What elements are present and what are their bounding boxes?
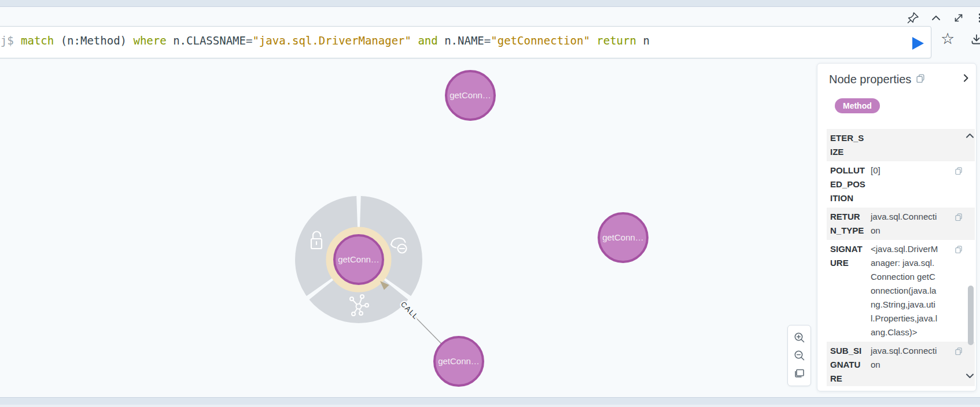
properties-table: ETER_SIZE POLLUTED_POSITION [0] RETURN_T… <box>827 129 975 386</box>
node-label: getConn… <box>602 232 644 242</box>
property-key: POLLUTED_POSITION <box>830 164 866 205</box>
panel-title: Node properties <box>829 73 911 86</box>
panel-collapse-chevron-icon[interactable] <box>959 72 972 84</box>
property-row[interactable]: RETURN_TYPE java.sql.Connection <box>827 208 975 240</box>
property-key: RETURN_TYPE <box>830 210 866 238</box>
zoom-in-icon[interactable] <box>793 331 806 344</box>
copy-icon[interactable] <box>955 211 963 225</box>
property-row[interactable]: SUB_SIGNATURE java.sql.Connection <box>827 342 975 386</box>
node-label: getConn… <box>338 254 380 264</box>
copy-icon[interactable] <box>955 165 963 179</box>
node-label: getConn… <box>450 90 491 100</box>
scroll-up-icon[interactable] <box>966 131 974 138</box>
scroll-down-icon[interactable] <box>966 371 974 378</box>
graph-node-top[interactable]: getConn… <box>446 71 495 120</box>
property-value: [0] <box>871 164 939 205</box>
property-row[interactable]: POLLUTED_POSITION [0] <box>827 161 975 208</box>
property-value: java.sql.Connection <box>871 210 939 238</box>
copy-icon[interactable] <box>955 243 963 257</box>
zoom-out-icon[interactable] <box>793 349 806 362</box>
graph-node-bottom[interactable]: getConn… <box>434 337 483 386</box>
properties-rows: ETER_SIZE POLLUTED_POSITION [0] RETURN_T… <box>827 129 975 386</box>
property-row[interactable]: ETER_SIZE <box>827 129 975 161</box>
graph-node-right[interactable]: getConn… <box>599 213 647 262</box>
zoom-controls <box>787 325 811 386</box>
bottom-chrome-band <box>0 397 980 405</box>
copy-icon[interactable] <box>916 74 925 85</box>
bottom-chrome-lip <box>0 405 980 407</box>
scrollbar-thumb[interactable] <box>968 286 974 345</box>
edge-label[interactable]: CALL <box>399 300 420 321</box>
node-label-badge[interactable]: Method <box>835 98 880 113</box>
node-label: getConn… <box>438 356 480 366</box>
property-row[interactable]: SIGNATURE <java.sql.DriverManager: java.… <box>827 240 975 342</box>
neo4j-browser-frame: { "query_bar": { "prompt": "neo4j$", "to… <box>0 0 980 407</box>
property-key: SUB_SIGNATURE <box>830 344 866 386</box>
property-value: <java.sql.DriverManager: java.sql.Connec… <box>871 242 939 339</box>
copy-icon[interactable] <box>955 345 963 359</box>
property-value: java.sql.Connection <box>871 344 939 386</box>
node-properties-panel: Node properties Method ETER_SIZE POLLUTE… <box>817 63 977 391</box>
zoom-fit-icon[interactable] <box>793 367 806 380</box>
property-value <box>871 131 939 159</box>
property-key: SIGNATURE <box>830 242 866 339</box>
property-key: ETER_SIZE <box>830 131 866 159</box>
